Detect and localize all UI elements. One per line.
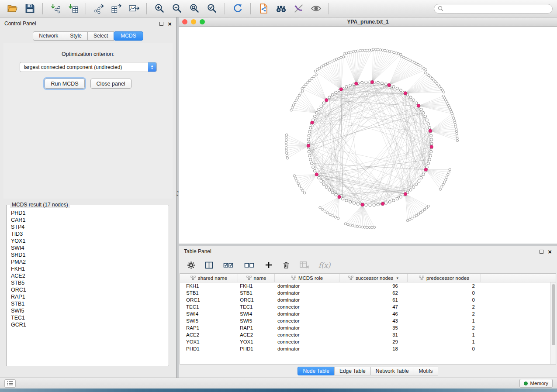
open-icon[interactable]	[4, 2, 20, 15]
float-panel-icon[interactable]	[159, 22, 163, 26]
table-body[interactable]: FKH1FKH1dominator962STB1STB1dominator620…	[180, 282, 550, 364]
export-table-icon[interactable]	[108, 2, 124, 15]
zoom-fit-icon[interactable]	[187, 2, 202, 15]
mcds-result-item[interactable]: STP4	[11, 224, 168, 230]
show-hide-icon[interactable]	[308, 2, 324, 15]
mcds-result-item[interactable]: YOX1	[11, 237, 168, 244]
save-icon[interactable]	[22, 2, 38, 15]
select-all-icon[interactable]	[222, 261, 235, 270]
tab-style[interactable]: Style	[64, 31, 88, 41]
tab-mcds[interactable]: MCDS	[114, 31, 143, 41]
table-scrollbar[interactable]	[550, 282, 556, 364]
table-cell[interactable]: connector	[275, 318, 339, 323]
mcds-result-item[interactable]: CAR1	[11, 217, 168, 224]
delete-table-icon[interactable]	[299, 261, 310, 269]
table-cell[interactable]: 31	[339, 332, 408, 337]
mcds-result-item[interactable]: ORC1	[11, 286, 168, 293]
table-cell[interactable]: 46	[339, 311, 408, 316]
table-row[interactable]: RAP1RAP1dominator352	[180, 324, 550, 331]
table-cell[interactable]: TEC1	[238, 304, 275, 309]
panel-splitter[interactable]: ◂▸	[176, 190, 179, 196]
table-cell[interactable]: RAP1	[180, 325, 238, 330]
table-cell[interactable]: TEC1	[180, 304, 238, 309]
network-canvas[interactable]	[179, 27, 557, 244]
zoom-out-icon[interactable]	[169, 2, 185, 15]
search-network-icon[interactable]	[273, 2, 289, 15]
table-cell[interactable]: 62	[339, 290, 408, 296]
table-row[interactable]: ACE2ACE2connector311	[180, 331, 550, 338]
refresh-icon[interactable]	[230, 2, 246, 15]
table-cell[interactable]: SWI4	[180, 311, 238, 316]
tab-network-table[interactable]: Network Table	[370, 367, 414, 375]
mcds-result-item[interactable]: PHD1	[11, 210, 168, 217]
table-cell[interactable]: 2	[408, 311, 481, 316]
maximize-window-icon[interactable]	[200, 19, 205, 24]
search-input[interactable]	[446, 6, 549, 12]
table-row[interactable]: PHD1PHD1dominator180	[180, 345, 550, 352]
table-cell[interactable]: 47	[339, 304, 408, 309]
table-cell[interactable]: dominator	[275, 346, 339, 351]
mcds-result-item[interactable]: TID3	[11, 230, 168, 237]
tab-select[interactable]: Select	[87, 31, 114, 41]
table-cell[interactable]: dominator	[275, 325, 339, 330]
column-header-predecessor-nodes[interactable]: predecessor nodes	[408, 274, 481, 282]
column-manager-icon[interactable]	[204, 261, 214, 270]
column-header-name[interactable]: name	[238, 274, 275, 282]
table-cell[interactable]: 2	[408, 304, 481, 309]
table-cell[interactable]: dominator	[275, 283, 339, 289]
column-header-successor-nodes[interactable]: successor nodes▾	[339, 274, 408, 282]
mcds-result-item[interactable]: ACE2	[11, 272, 168, 279]
table-cell[interactable]: PHD1	[238, 346, 275, 351]
table-cell[interactable]: STB1	[238, 290, 275, 296]
table-row[interactable]: YOX1YOX1connector291	[180, 338, 550, 345]
import-network-icon[interactable]	[48, 2, 63, 15]
import-table-icon[interactable]	[65, 2, 81, 15]
table-cell[interactable]: 43	[339, 318, 408, 323]
table-cell[interactable]: ORC1	[180, 297, 238, 303]
mcds-result-item[interactable]: SWI5	[11, 307, 168, 314]
column-header-shared-name[interactable]: shared name	[180, 274, 238, 282]
criterion-dropdown[interactable]: largest connected component (undirected)…	[20, 62, 157, 72]
zoom-selected-icon[interactable]	[204, 2, 220, 15]
table-cell[interactable]: dominator	[275, 290, 339, 296]
table-row[interactable]: ORC1ORC1dominator610	[180, 296, 550, 303]
mcds-result-item[interactable]: TEC1	[11, 314, 168, 321]
table-cell[interactable]: 1	[408, 332, 481, 337]
table-cell[interactable]: YOX1	[180, 339, 238, 344]
table-cell[interactable]: 2	[408, 325, 481, 330]
close-window-icon[interactable]	[182, 19, 187, 24]
table-cell[interactable]: FKH1	[180, 283, 238, 289]
close-table-panel-icon[interactable]: ×	[548, 248, 552, 255]
table-cell[interactable]: connector	[275, 304, 339, 309]
tab-node-table[interactable]: Node Table	[298, 367, 335, 375]
table-row[interactable]: SWI5SWI5connector431	[180, 317, 550, 324]
table-cell[interactable]: 29	[339, 339, 408, 344]
table-cell[interactable]: ACE2	[180, 332, 238, 337]
table-cell[interactable]: 0	[408, 346, 481, 351]
table-cell[interactable]: connector	[275, 339, 339, 344]
add-column-icon[interactable]	[264, 261, 273, 269]
column-header-MCDS-role[interactable]: MCDS role	[275, 274, 339, 282]
memory-button[interactable]: Memory	[519, 379, 553, 388]
filter-icon[interactable]	[291, 2, 306, 15]
table-cell[interactable]: connector	[275, 332, 339, 337]
table-row[interactable]: STB1STB1dominator620	[180, 289, 550, 296]
close-panel-button[interactable]: Close panel	[90, 79, 131, 89]
mcds-result-item[interactable]: GCR1	[11, 321, 168, 328]
run-mcds-button[interactable]: Run MCDS	[45, 79, 84, 89]
task-history-button[interactable]	[4, 379, 16, 388]
network-graph[interactable]	[179, 27, 557, 244]
network-window-titlebar[interactable]: YPA_prune.txt_1	[179, 17, 557, 27]
tab-edge-table[interactable]: Edge Table	[334, 367, 371, 375]
table-cell[interactable]: dominator	[275, 297, 339, 303]
zoom-in-icon[interactable]	[152, 2, 167, 15]
scrollbar-thumb[interactable]	[552, 284, 555, 345]
mcds-result-item[interactable]: RAP1	[11, 293, 168, 300]
table-cell[interactable]: 1	[408, 339, 481, 344]
deselect-all-icon[interactable]	[243, 261, 256, 270]
table-cell[interactable]: PHD1	[180, 346, 238, 351]
close-panel-icon[interactable]: ×	[168, 21, 172, 27]
table-cell[interactable]: 35	[339, 325, 408, 330]
table-cell[interactable]: 2	[408, 283, 481, 289]
mcds-result-item[interactable]: SWI4	[11, 244, 168, 251]
